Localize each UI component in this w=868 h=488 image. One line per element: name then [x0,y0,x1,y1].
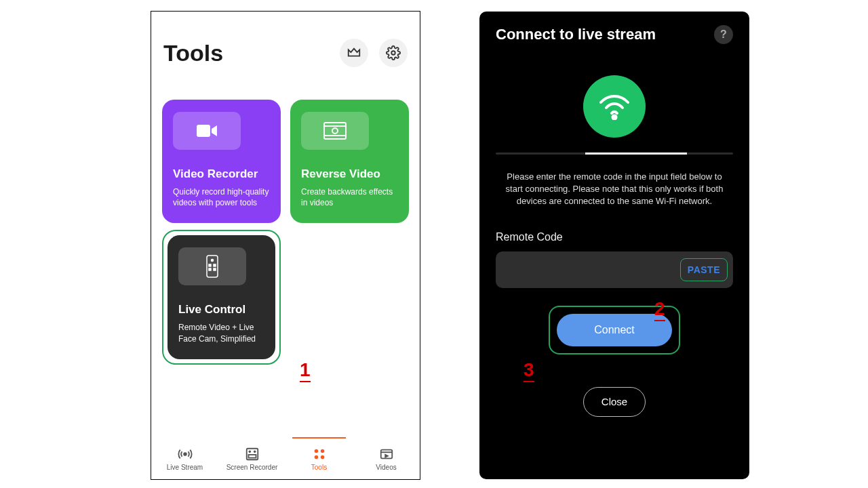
paste-button[interactable]: PASTE [680,258,728,281]
card-title: Reverse Video [301,167,398,181]
nav-tools[interactable]: Tools [285,439,353,479]
wifi-icon [598,93,631,120]
svg-point-19 [314,455,318,460]
annotation-1: 1 [300,359,311,382]
svg-point-14 [249,451,250,452]
card-desc: Quickly record high-quality videos with … [173,186,270,208]
tools-header: Tools [162,22,409,73]
recorder-icon [245,447,260,462]
svg-rect-1 [197,125,210,137]
card-title: Live Control [178,303,264,317]
svg-rect-9 [214,264,216,266]
bottom-nav: Live Stream Screen Recorder Tools Videos [151,439,420,479]
svg-point-20 [320,455,324,460]
svg-point-12 [184,453,186,455]
svg-rect-16 [248,455,256,458]
remote-code-label: Remote Code [496,231,733,243]
nav-label: Screen Recorder [226,464,278,471]
nav-screen-recorder[interactable]: Screen Recorder [218,439,285,479]
settings-button[interactable] [379,39,408,67]
page-title: Tools [163,40,223,66]
nav-live-stream[interactable]: Live Stream [151,439,218,479]
crown-icon [347,45,361,60]
instructions-text: Please enter the remote code in the inpu… [496,171,733,208]
gear-icon [386,45,401,60]
remote-code-row: PASTE [496,251,733,288]
filmstrip-icon [301,112,369,150]
remote-code-input[interactable] [505,264,680,276]
broadcast-icon [178,447,193,462]
card-desc: Create backwards effects in videos [301,186,398,208]
premium-button[interactable] [340,39,368,67]
nav-label: Videos [376,464,396,471]
nav-videos[interactable]: Videos [353,439,420,479]
grid-icon [312,447,327,462]
wifi-status-icon [583,75,646,138]
card-title: Video Recorder [173,167,270,181]
progress-track [496,152,733,155]
svg-rect-11 [214,268,216,270]
annotation-2: 2 [654,298,665,321]
svg-point-17 [314,449,318,453]
card-video-recorder[interactable]: Video Recorder Quickly record high-quali… [162,100,281,223]
svg-point-22 [613,116,616,119]
close-button[interactable]: Close [583,387,646,417]
help-button[interactable]: ? [714,25,733,44]
connect-screen: Connect to live stream ? Please enter th… [479,12,749,479]
dialog-title: Connect to live stream [496,26,656,43]
tools-screen: Tools Video Recorder Quickly record high… [151,11,420,480]
card-live-control-highlight: Live Control Remote Video + Live Face Ca… [162,230,281,364]
nav-label: Tools [311,464,327,471]
annotation-3: 3 [524,359,534,382]
svg-rect-2 [324,123,346,139]
card-reverse-video[interactable]: Reverse Video Create backwards effects i… [290,100,409,223]
svg-point-18 [320,449,324,453]
remote-icon [178,247,246,285]
card-live-control[interactable]: Live Control Remote Video + Live Face Ca… [167,235,275,359]
svg-rect-10 [209,268,211,270]
nav-label: Live Stream [167,464,203,471]
video-icon [173,112,241,150]
svg-point-5 [332,128,338,134]
svg-point-15 [254,451,255,452]
progress-segment [585,152,687,155]
video-library-icon [379,447,394,462]
card-desc: Remote Video + Live Face Cam, Simplified [178,322,264,344]
svg-point-0 [391,51,395,55]
svg-point-7 [212,260,214,262]
svg-rect-8 [209,264,211,266]
